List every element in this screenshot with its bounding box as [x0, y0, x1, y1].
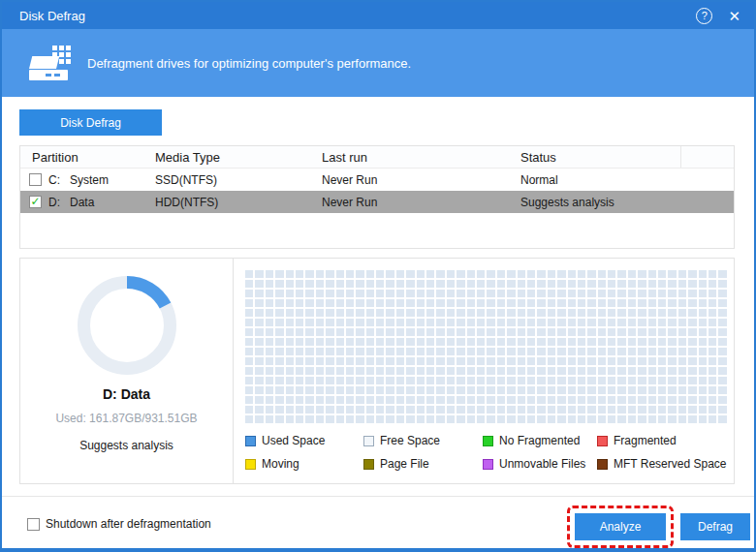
window-title: Disk Defrag [19, 9, 85, 23]
map-cell [275, 348, 283, 355]
legend-swatch-icon [483, 436, 493, 446]
map-cell [436, 386, 444, 394]
map-cell [699, 338, 707, 346]
map-cell [568, 338, 576, 346]
map-cell [587, 386, 595, 394]
map-cell [548, 415, 555, 423]
map-cell [497, 367, 505, 375]
map-cell [376, 338, 384, 346]
map-cell [678, 406, 686, 414]
map-cell [617, 338, 625, 346]
table-row[interactable]: C: System SSD(NTFS) Never Run Normal [20, 169, 734, 191]
map-cell [578, 280, 585, 288]
column-header-status[interactable]: Status [520, 150, 680, 165]
close-icon[interactable]: ✕ [728, 8, 740, 24]
map-cell [487, 386, 494, 394]
column-header-last-run[interactable]: Last run [322, 150, 520, 165]
map-cell [658, 348, 666, 355]
map-cell [608, 290, 615, 297]
map-cell [628, 338, 636, 346]
map-cell [578, 406, 585, 414]
map-cell [537, 290, 545, 297]
map-cell [467, 348, 475, 355]
map-cell [668, 386, 676, 394]
map-cell [598, 348, 606, 355]
map-cell [286, 377, 294, 384]
map-cell [578, 377, 585, 384]
map-cell [255, 386, 263, 394]
map-cell [417, 319, 425, 326]
map-cell [709, 280, 716, 288]
row-checkbox-c[interactable] [29, 173, 42, 186]
map-cell [527, 406, 535, 414]
map-cell [699, 328, 707, 336]
legend-item: Free Space [363, 434, 483, 447]
map-cell [477, 415, 485, 423]
map-cell [275, 299, 283, 307]
map-cell [709, 319, 716, 326]
map-cell [507, 290, 515, 297]
map-cell [658, 328, 666, 336]
map-cell [286, 386, 294, 394]
column-header-partition[interactable]: Partition [20, 150, 155, 165]
help-icon[interactable]: ? [696, 8, 712, 24]
map-cell [366, 396, 374, 404]
map-cell [336, 396, 344, 404]
column-header-media-type[interactable]: Media Type [155, 150, 322, 165]
map-cell [598, 357, 606, 365]
map-cell [497, 328, 505, 336]
map-cell [578, 396, 585, 404]
map-cell [436, 396, 444, 404]
drive-letter: D: [48, 196, 60, 209]
map-cell [296, 386, 303, 394]
map-cell [255, 270, 263, 278]
map-cell [457, 357, 464, 365]
map-cell [245, 415, 253, 423]
map-cell [477, 338, 485, 346]
map-cell [688, 348, 696, 355]
defrag-button[interactable]: Defrag [680, 513, 750, 540]
map-cell [638, 328, 646, 336]
map-cell [296, 406, 303, 414]
analyze-button[interactable]: Analyze [575, 513, 666, 540]
map-cell [507, 357, 515, 365]
map-cell [699, 357, 707, 365]
map-cell [709, 299, 716, 307]
map-cell [305, 377, 313, 384]
map-cell [628, 357, 636, 365]
legend-item: Fragmented [597, 434, 727, 447]
map-cell [688, 377, 696, 384]
shutdown-checkbox-label: Shutdown after defragmentation [46, 517, 211, 531]
map-cell [617, 309, 625, 317]
map-cell [286, 367, 294, 375]
map-cell [266, 280, 273, 288]
row-checkbox-d[interactable]: ✓ [29, 196, 42, 208]
shutdown-checkbox-row[interactable]: Shutdown after defragmentation [27, 517, 211, 531]
map-cell [386, 309, 394, 317]
selected-partition-title: D: Data [20, 386, 233, 402]
map-cell [648, 309, 656, 317]
map-cell [718, 280, 726, 288]
map-cell [709, 270, 716, 278]
map-cell [245, 406, 253, 414]
map-cell [366, 357, 374, 365]
map-cell [245, 280, 253, 288]
map-cell [346, 367, 354, 375]
map-cell [346, 338, 354, 346]
tab-disk-defrag[interactable]: Disk Defrag [19, 109, 162, 136]
map-cell [396, 348, 404, 355]
titlebar[interactable]: Disk Defrag ? ✕ [2, 2, 754, 29]
map-cell [296, 338, 303, 346]
map-cell [537, 377, 545, 384]
map-cell [376, 280, 384, 288]
table-row-selected[interactable]: ✓ D: Data HDD(NTFS) Never Run Suggests a… [20, 191, 734, 213]
map-cell [497, 357, 505, 365]
shutdown-checkbox[interactable] [27, 518, 40, 531]
map-cell [617, 299, 625, 307]
map-cell [336, 348, 344, 355]
map-cell [366, 348, 374, 355]
map-cell [507, 338, 515, 346]
map-cell [658, 280, 666, 288]
map-cell [648, 299, 656, 307]
map-cell [386, 415, 394, 423]
